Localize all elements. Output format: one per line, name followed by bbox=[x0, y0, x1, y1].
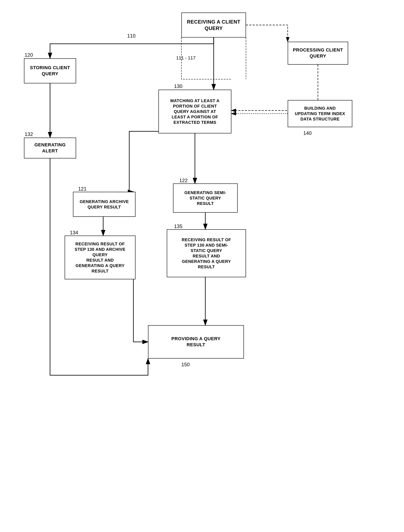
label-111-117: 111 - 117 bbox=[176, 55, 196, 61]
label-135: 135 bbox=[174, 223, 183, 229]
box-building-updating: BUILDING ANDUPDATING TERM INDEXDATA STRU… bbox=[288, 100, 352, 127]
label-110: 110 bbox=[127, 33, 135, 39]
box-storing-client-query: STORING CLIENTQUERY bbox=[24, 58, 76, 83]
box-receiving-semi-static: RECEIVING RESULT OFSTEP 130 AND SEMI-STA… bbox=[167, 229, 246, 277]
box-processing-client-query: PROCESSING CLIENTQUERY bbox=[288, 42, 348, 65]
label-130: 130 bbox=[174, 83, 183, 89]
box-matching: MATCHING AT LEAST APORTION OF CLIENTQUER… bbox=[158, 90, 231, 133]
box-generating-alert: GENERATING ALERT bbox=[24, 138, 76, 158]
box-receiving-client-query: RECEIVING A CLIENTQUERY bbox=[181, 13, 246, 38]
label-121: 121 bbox=[78, 186, 87, 192]
label-140: 140 bbox=[303, 130, 312, 136]
box-generating-archive: GENERATING ARCHIVEQUERY RESULT bbox=[73, 192, 135, 217]
box-generating-semi-static: GENERATING SEMI-STATIC QUERYRESULT bbox=[173, 184, 238, 213]
label-150: 150 bbox=[181, 362, 190, 367]
label-122: 122 bbox=[179, 177, 188, 184]
label-132: 132 bbox=[25, 131, 33, 137]
label-134: 134 bbox=[70, 230, 78, 235]
box-providing-query-result: PROVIDING A QUERYRESULT bbox=[148, 325, 244, 359]
label-120: 120 bbox=[25, 52, 33, 58]
diagram-container: RECEIVING A CLIENTQUERY STORING CLIENTQU… bbox=[0, 0, 404, 532]
box-receiving-archive: RECEIVING RESULT OFSTEP 130 AND ARCHIVE … bbox=[65, 235, 135, 279]
